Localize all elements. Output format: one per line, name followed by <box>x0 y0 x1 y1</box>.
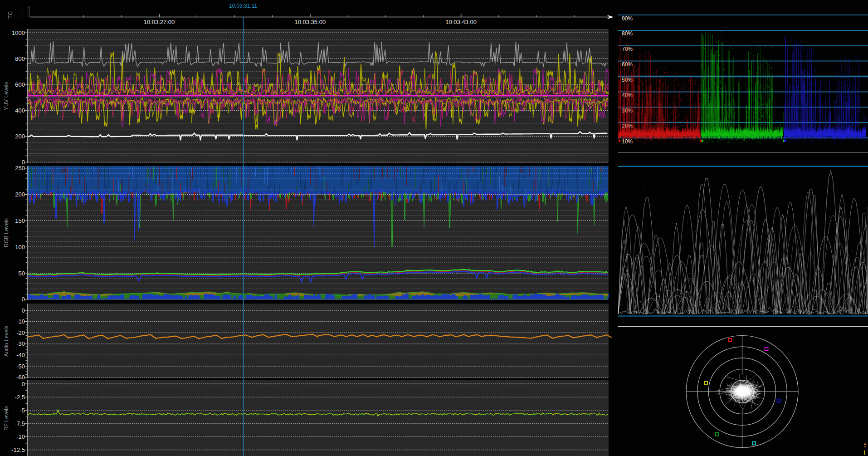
svg-text:-30: -30 <box>16 340 25 347</box>
svg-text:200: 200 <box>15 133 25 140</box>
svg-text:800: 800 <box>15 55 25 62</box>
svg-text:-5: -5 <box>20 407 25 414</box>
svg-text:60%: 60% <box>622 61 633 68</box>
svg-text:-12,5: -12,5 <box>11 446 25 453</box>
svg-text:10:03:24:23: 10:03:24:23 <box>22 6 24 20</box>
svg-text:250: 250 <box>15 165 25 172</box>
svg-text:RF Levels: RF Levels <box>3 406 10 431</box>
svg-text:90%: 90% <box>622 15 633 22</box>
svg-text:0: 0 <box>22 307 25 314</box>
svg-text:0: 0 <box>22 381 25 387</box>
svg-text:600: 600 <box>15 81 25 88</box>
svg-text:50: 50 <box>19 270 25 277</box>
svg-text:-20: -20 <box>16 329 25 336</box>
svg-text:RGB Levels: RGB Levels <box>3 218 10 247</box>
svg-text:10:03:27:00: 10:03:27:00 <box>144 19 175 25</box>
svg-text:-10: -10 <box>16 318 25 325</box>
svg-text:10:03:31:11: 10:03:31:11 <box>229 3 258 9</box>
svg-text:1000: 1000 <box>12 29 25 36</box>
svg-text:-50: -50 <box>16 363 25 370</box>
svg-text:-60: -60 <box>16 374 25 381</box>
svg-text:YUV Levels: YUV Levels <box>3 82 10 111</box>
svg-text:10:03:24:23: 10:03:24:23 <box>18 6 21 20</box>
svg-text:Audio Levels: Audio Levels <box>3 326 10 357</box>
svg-text:TC: TC <box>7 11 14 19</box>
svg-text:150: 150 <box>15 217 25 224</box>
svg-text:100: 100 <box>15 244 25 250</box>
svg-text:-10: -10 <box>16 433 25 440</box>
svg-text:70%: 70% <box>622 46 633 52</box>
svg-text:200: 200 <box>15 191 25 198</box>
svg-text:-7,5: -7,5 <box>15 420 25 427</box>
svg-text:10:03:35:00: 10:03:35:00 <box>294 19 326 25</box>
svg-text:-2,5: -2,5 <box>15 394 25 401</box>
svg-text:0: 0 <box>22 296 25 303</box>
svg-text:10:03:43:00: 10:03:43:00 <box>445 19 477 25</box>
svg-text:-40: -40 <box>16 352 25 358</box>
svg-text:400: 400 <box>15 107 25 114</box>
